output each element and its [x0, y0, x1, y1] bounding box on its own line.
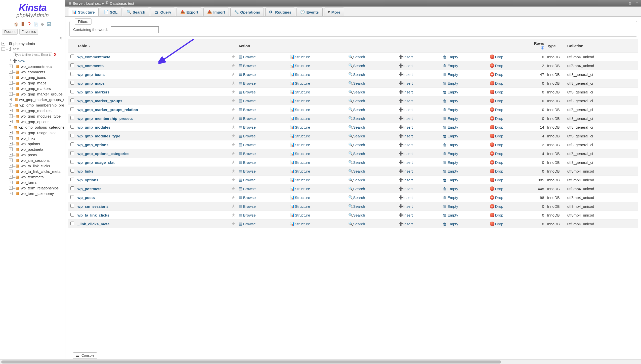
insert-link[interactable]: ➕Insert: [399, 116, 413, 121]
empty-link[interactable]: 🗑Empty: [443, 213, 458, 217]
empty-link[interactable]: 🗑Empty: [443, 72, 458, 77]
scrollbar-thumb[interactable]: [1, 360, 501, 363]
favorite-star-icon[interactable]: ★: [231, 72, 235, 77]
tree-table-item[interactable]: +–▦wp_gmp_modules: [2, 108, 64, 113]
expand-icon[interactable]: +: [9, 125, 11, 129]
tree-table-item[interactable]: +–▦wp_postmeta: [2, 146, 64, 152]
tree-table-label[interactable]: wp_posts: [21, 153, 37, 157]
drop-link[interactable]: −Drop: [490, 151, 503, 156]
drop-link[interactable]: −Drop: [490, 81, 503, 85]
insert-link[interactable]: ➕Insert: [399, 107, 413, 112]
settings-icon[interactable]: ⚙: [40, 22, 45, 27]
row-checkbox[interactable]: [70, 125, 74, 129]
tab-operations[interactable]: 🔧Operations: [230, 8, 264, 16]
favorite-star-icon[interactable]: ★: [231, 160, 235, 165]
insert-link[interactable]: ➕Insert: [399, 169, 413, 173]
favorite-star-icon[interactable]: ★: [231, 133, 235, 138]
favorite-star-icon[interactable]: ★: [231, 213, 235, 218]
insert-link[interactable]: ➕Insert: [399, 134, 413, 138]
structure-link[interactable]: 📊Structure: [290, 186, 310, 191]
drop-link[interactable]: −Drop: [490, 63, 503, 68]
search-link[interactable]: 🔍Search: [348, 213, 365, 217]
row-checkbox[interactable]: [70, 107, 74, 111]
tree-table-item[interactable]: +–▦wp_termmeta: [2, 174, 64, 180]
row-checkbox[interactable]: [70, 98, 74, 102]
search-link[interactable]: 🔍Search: [348, 72, 365, 77]
structure-link[interactable]: 📊Structure: [290, 125, 310, 129]
empty-link[interactable]: 🗑Empty: [443, 55, 458, 59]
tree-table-label[interactable]: wp_sm_sessions: [21, 158, 50, 163]
insert-link[interactable]: ➕Insert: [399, 125, 413, 129]
row-checkbox[interactable]: [70, 186, 74, 190]
row-checkbox[interactable]: [70, 222, 74, 225]
structure-link[interactable]: 📊Structure: [290, 90, 310, 94]
logout-icon[interactable]: 🚪: [20, 22, 25, 27]
tree-table-label[interactable]: wp_gmp_options: [21, 120, 49, 124]
search-link[interactable]: 🔍Search: [348, 134, 365, 138]
favorite-star-icon[interactable]: ★: [231, 221, 235, 226]
drop-link[interactable]: −Drop: [490, 195, 503, 200]
tree-table-item[interactable]: +–▦wp_ta_link_clicks: [2, 163, 64, 169]
tree-table-label[interactable]: wp_options: [21, 142, 40, 146]
tree-table-item[interactable]: +–▦wp_sm_sessions: [2, 158, 64, 163]
empty-link[interactable]: 🗑Empty: [443, 81, 458, 85]
expand-icon[interactable]: +: [9, 103, 12, 107]
favorite-star-icon[interactable]: ★: [231, 177, 235, 182]
row-checkbox[interactable]: [70, 63, 74, 67]
insert-link[interactable]: ➕Insert: [399, 204, 413, 209]
row-checkbox[interactable]: [70, 134, 74, 137]
structure-link[interactable]: 📊Structure: [290, 142, 310, 147]
tree-table-item[interactable]: +–▦wp_ta_link_clicks_meta: [2, 169, 64, 174]
expand-icon[interactable]: +: [9, 120, 13, 123]
tree-database[interactable]: − – 🗄 test: [2, 46, 64, 51]
th-type[interactable]: Type: [546, 39, 566, 53]
expand-icon[interactable]: +: [9, 109, 13, 112]
expand-icon[interactable]: +: [2, 42, 5, 45]
table-name-link[interactable]: wp_gmp_options_categories: [77, 151, 130, 156]
tree-table-label[interactable]: wp_gmp_usage_stat: [21, 131, 56, 135]
expand-icon[interactable]: +: [9, 131, 13, 134]
table-name-link[interactable]: wp_commentmeta: [77, 55, 110, 59]
tree-table-item[interactable]: +–▦wp_links: [2, 135, 64, 141]
insert-link[interactable]: ➕Insert: [399, 63, 413, 68]
favorite-star-icon[interactable]: ★: [231, 169, 235, 174]
structure-link[interactable]: 📊Structure: [290, 63, 310, 68]
drop-link[interactable]: −Drop: [490, 204, 503, 209]
structure-link[interactable]: 📊Structure: [290, 81, 310, 85]
insert-link[interactable]: ➕Insert: [399, 90, 413, 94]
tab-query[interactable]: 🗂Query: [151, 8, 175, 16]
tree-filter-input[interactable]: [13, 52, 52, 57]
tree-table-label[interactable]: wp_term_taxonomy: [21, 191, 54, 196]
insert-link[interactable]: ➕Insert: [399, 222, 413, 226]
recent-button[interactable]: Recent: [2, 29, 18, 35]
expand-icon[interactable]: +: [9, 159, 13, 162]
tree-table-label[interactable]: wp_comments: [21, 70, 45, 74]
structure-link[interactable]: 📊Structure: [290, 134, 310, 138]
tree-table-item[interactable]: +–▦wp_comments: [2, 69, 64, 75]
drop-link[interactable]: −Drop: [490, 125, 503, 129]
table-name-link[interactable]: wp_gmp_markers: [77, 90, 110, 94]
empty-link[interactable]: 🗑Empty: [443, 116, 458, 121]
tree-table-item[interactable]: +–▦wp_gmp_icons: [2, 75, 64, 80]
search-link[interactable]: 🔍Search: [348, 90, 365, 94]
tree-table-label[interactable]: wp_terms: [21, 180, 37, 185]
insert-link[interactable]: ➕Insert: [399, 160, 413, 165]
drop-link[interactable]: −Drop: [490, 134, 503, 138]
tree-new-table[interactable]: └ ➕ New: [2, 58, 64, 64]
row-checkbox[interactable]: [70, 160, 74, 164]
empty-link[interactable]: 🗑Empty: [443, 169, 458, 173]
collapse-tree-icon[interactable]: ⊖: [0, 36, 65, 41]
insert-link[interactable]: ➕Insert: [399, 81, 413, 85]
table-name-link[interactable]: wp_gmp_modules: [77, 125, 110, 129]
row-checkbox[interactable]: [70, 116, 74, 120]
tab-export[interactable]: 📤Export: [177, 8, 202, 16]
console-toggle[interactable]: ▬ Console: [73, 352, 97, 358]
tree-table-label[interactable]: wp_term_relationships: [21, 186, 59, 190]
browse-link[interactable]: ▤Browse: [238, 116, 256, 121]
expand-icon[interactable]: +: [9, 114, 13, 118]
row-checkbox[interactable]: [70, 169, 74, 173]
table-name-link[interactable]: wp_sm_sessions: [77, 204, 108, 209]
table-name-link[interactable]: wp_gmp_maps: [77, 81, 105, 85]
tree-table-label[interactable]: wp_postmeta: [21, 147, 43, 151]
row-checkbox[interactable]: [70, 81, 74, 85]
